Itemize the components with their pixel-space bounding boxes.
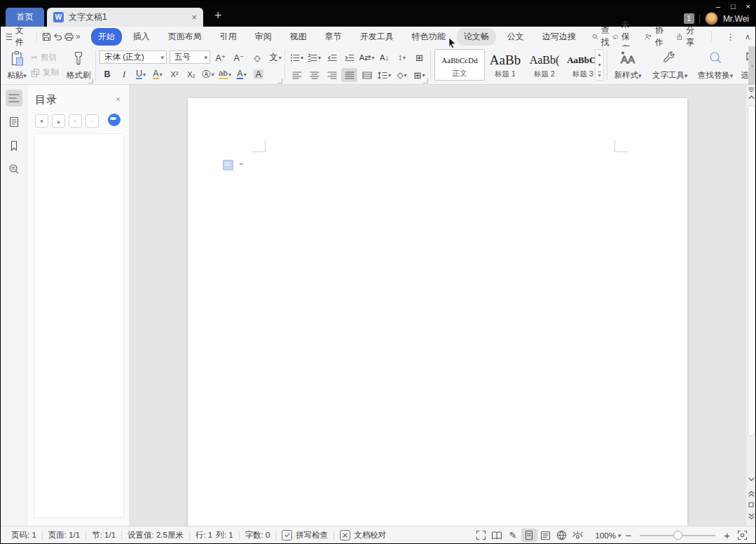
- format-painter-button[interactable]: 格式刷: [64, 48, 92, 82]
- decrease-font-button[interactable]: A⁻: [231, 50, 247, 64]
- style-gallery-scroll[interactable]: ▴ ▾ ▾: [595, 49, 604, 81]
- shading-button[interactable]: ◇▾: [394, 68, 410, 82]
- undo-button[interactable]: [52, 29, 63, 43]
- menu-tab-insert[interactable]: 插入: [126, 28, 157, 46]
- numbered-list-button[interactable]: ▾: [306, 50, 322, 64]
- font-name-combo[interactable]: 宋体 (正文)▾: [99, 50, 167, 64]
- outline-view-button[interactable]: [537, 529, 554, 542]
- menu-tab-view[interactable]: 视图: [283, 28, 314, 46]
- smart-assistant-icon[interactable]: [223, 160, 233, 170]
- menu-tab-paper-helper[interactable]: 论文畅: [457, 28, 496, 46]
- style-heading2[interactable]: AaBb( 标题 2: [525, 49, 563, 81]
- font-size-combo[interactable]: 五号▾: [170, 50, 210, 64]
- paste-button[interactable]: 粘贴▾: [4, 48, 29, 82]
- eye-protect-button[interactable]: [570, 529, 586, 542]
- status-section[interactable]: 节: 1/1: [86, 530, 121, 540]
- italic-button[interactable]: I: [116, 67, 132, 81]
- close-button[interactable]: ×: [746, 2, 750, 11]
- search-panel-button[interactable]: [6, 161, 22, 177]
- ruler-toggle-icon[interactable]: [746, 87, 756, 93]
- sort-button[interactable]: A↓: [376, 50, 392, 64]
- notes-panel-button[interactable]: [6, 114, 22, 130]
- bookmark-panel-button[interactable]: [6, 137, 22, 154]
- zoom-slider[interactable]: [640, 535, 715, 536]
- paragraph-layout-button[interactable]: ↕▾: [394, 50, 410, 64]
- select-browse-object-icon[interactable]: [746, 502, 756, 508]
- print-layout-button[interactable]: [521, 529, 537, 542]
- font-color-button[interactable]: A▾: [234, 67, 249, 81]
- menu-tab-section[interactable]: 章节: [318, 28, 349, 46]
- status-pages[interactable]: 页面: 1/1: [43, 530, 85, 540]
- document-canvas[interactable]: [130, 85, 745, 526]
- status-line-column[interactable]: 行: 1列: 1: [190, 530, 239, 540]
- ribbon-expand-strip[interactable]: ›: [748, 46, 756, 85]
- new-tab-button[interactable]: +: [214, 8, 222, 23]
- align-center-button[interactable]: [306, 68, 322, 82]
- text-effect-button[interactable]: A▾: [150, 67, 165, 81]
- outline-panel-button[interactable]: [6, 90, 22, 107]
- promote-button[interactable]: +: [69, 114, 82, 128]
- justify-button[interactable]: [341, 68, 357, 82]
- next-page-icon[interactable]: [746, 513, 756, 519]
- write-mode-button[interactable]: ✎: [505, 529, 521, 542]
- web-layout-button[interactable]: [554, 529, 570, 542]
- decrease-indent-button[interactable]: [324, 50, 340, 64]
- menu-tab-home[interactable]: 开始: [91, 28, 122, 46]
- read-mode-button[interactable]: [489, 529, 505, 542]
- find-replace-button[interactable]: 查找替换▾: [694, 48, 737, 82]
- menu-tab-review[interactable]: 审阅: [248, 28, 279, 46]
- increase-font-button[interactable]: A⁺: [213, 50, 228, 64]
- menu-tab-special-features[interactable]: 特色功能: [405, 28, 453, 46]
- document-tab[interactable]: W 文字文稿1 ×: [47, 8, 203, 27]
- file-menu-button[interactable]: 文件: [6, 25, 27, 48]
- copy-button[interactable]: 复制: [31, 67, 59, 78]
- document-proof-toggle[interactable]: 文档校对: [334, 530, 392, 540]
- style-normal[interactable]: AaBbCcDd 正文: [434, 49, 485, 81]
- menu-tab-write-search[interactable]: 边写边搜: [535, 28, 583, 46]
- tab-close-icon[interactable]: ×: [191, 12, 197, 22]
- fullscreen-button[interactable]: [473, 529, 489, 542]
- new-style-button[interactable]: AA 新样式▾: [611, 48, 645, 82]
- status-word-count[interactable]: 字数: 0: [240, 530, 276, 540]
- zoom-level[interactable]: 100%▾: [596, 531, 621, 540]
- vertical-scrollbar[interactable]: [745, 85, 756, 526]
- panel-close-icon[interactable]: ×: [116, 95, 121, 104]
- save-button[interactable]: [41, 29, 53, 43]
- demote-button[interactable]: −: [85, 114, 99, 128]
- style-heading1[interactable]: AaBb 标题 1: [486, 49, 524, 81]
- highlight-button[interactable]: ab▾: [217, 67, 233, 81]
- minimize-button[interactable]: –: [716, 2, 720, 11]
- text-frame-button[interactable]: ⊞: [411, 50, 427, 64]
- clear-format-button[interactable]: ◇: [249, 50, 265, 64]
- status-page-number[interactable]: 页码: 1: [6, 530, 42, 540]
- cut-button[interactable]: ✂ 剪切: [31, 52, 59, 63]
- share-button[interactable]: 分享: [676, 25, 697, 48]
- bold-button[interactable]: B: [99, 67, 115, 81]
- smart-outline-toggle[interactable]: [108, 114, 121, 126]
- pinyin-guide-button[interactable]: 文▾: [268, 50, 283, 64]
- menu-tab-page-layout[interactable]: 页面布局: [161, 28, 209, 46]
- fit-page-button[interactable]: [734, 529, 750, 542]
- collapse-ribbon-icon[interactable]: ∧: [745, 32, 750, 41]
- expand-all-button[interactable]: ▾: [35, 114, 48, 128]
- home-tab-button[interactable]: 首页: [6, 8, 44, 27]
- align-right-button[interactable]: [324, 68, 340, 82]
- subscript-button[interactable]: X₂: [184, 67, 199, 81]
- zoom-out-button[interactable]: −: [625, 529, 631, 541]
- find-button[interactable]: 查找: [592, 25, 612, 48]
- character-shading-button[interactable]: A: [251, 67, 266, 81]
- superscript-button[interactable]: X²: [167, 67, 182, 81]
- menu-tab-dev-tools[interactable]: 开发工具: [353, 28, 401, 46]
- scroll-up-icon[interactable]: [746, 95, 756, 100]
- distribute-button[interactable]: [359, 68, 375, 82]
- character-scale-button[interactable]: A⇄▾: [359, 50, 375, 64]
- text-tool-button[interactable]: 文字工具▾: [650, 48, 689, 82]
- status-margin-setting[interactable]: 设置值: 2.5厘米: [122, 530, 189, 540]
- menu-tab-official-doc[interactable]: 公文: [500, 28, 531, 46]
- collapse-all-button[interactable]: ▴: [52, 114, 65, 128]
- zoom-in-button[interactable]: +: [724, 529, 730, 541]
- maximize-button[interactable]: □: [731, 2, 736, 11]
- zoom-slider-thumb[interactable]: [673, 531, 682, 540]
- spell-check-toggle[interactable]: 拼写检查: [276, 530, 334, 540]
- circled-character-button[interactable]: Ⓐ▾: [200, 67, 216, 81]
